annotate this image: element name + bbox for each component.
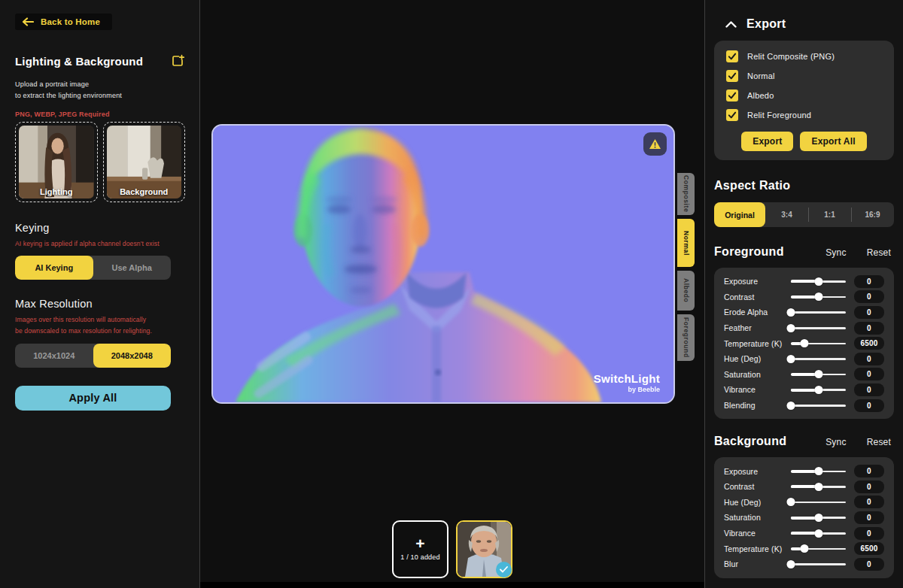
slider[interactable] bbox=[791, 512, 846, 523]
checkbox-checked-icon[interactable] bbox=[726, 89, 738, 102]
chevron-up-icon bbox=[725, 21, 737, 28]
selected-image-thumbnail[interactable] bbox=[456, 520, 512, 578]
slider[interactable] bbox=[791, 497, 846, 508]
slider[interactable] bbox=[791, 466, 846, 477]
view-tab[interactable]: Foreground bbox=[677, 314, 695, 361]
export-all-button[interactable]: Export All bbox=[800, 132, 866, 151]
slider-row: Contrast0 bbox=[724, 289, 884, 305]
slider-handle[interactable] bbox=[814, 467, 822, 475]
aspect-ratio-title: Aspect Ratio bbox=[714, 179, 894, 192]
checkbox-checked-icon[interactable] bbox=[726, 50, 738, 62]
slider-handle[interactable] bbox=[787, 355, 795, 363]
add-image-card[interactable]: + 1 / 10 added bbox=[392, 520, 448, 578]
slider-handle[interactable] bbox=[814, 370, 822, 378]
slider-handle[interactable] bbox=[814, 483, 822, 491]
slider[interactable] bbox=[791, 323, 846, 333]
lighting-upload-slot[interactable]: Lighting bbox=[15, 122, 98, 202]
slider[interactable] bbox=[791, 544, 846, 554]
aspect-option[interactable]: 16:9 bbox=[851, 202, 894, 227]
foreground-reset-button[interactable]: Reset bbox=[867, 247, 891, 258]
foreground-sync-button[interactable]: Sync bbox=[825, 247, 846, 258]
aspect-option[interactable]: 1:1 bbox=[808, 202, 851, 227]
slider-handle[interactable] bbox=[801, 339, 809, 347]
background-upload-slot[interactable]: Background bbox=[103, 122, 186, 202]
slider-value: 0 bbox=[854, 558, 884, 571]
aspect-option[interactable]: Original bbox=[714, 202, 765, 227]
aspect-option[interactable]: 3:4 bbox=[765, 202, 808, 227]
slider-handle[interactable] bbox=[814, 386, 822, 394]
slider-handle[interactable] bbox=[787, 560, 795, 568]
export-option[interactable]: Albedo bbox=[726, 89, 882, 102]
slider-handle[interactable] bbox=[787, 308, 795, 317]
slider-value: 0 bbox=[854, 353, 884, 365]
slider[interactable] bbox=[791, 369, 846, 380]
slider[interactable] bbox=[791, 276, 846, 286]
slider-row: Saturation0 bbox=[724, 367, 884, 383]
slider-row: Exposure0 bbox=[724, 463, 884, 479]
slider[interactable] bbox=[791, 384, 846, 395]
slider[interactable] bbox=[791, 528, 846, 538]
slider[interactable] bbox=[791, 338, 846, 349]
slider-handle[interactable] bbox=[814, 292, 822, 301]
slider-handle[interactable] bbox=[814, 514, 822, 522]
left-sidebar: Back to Home Lighting & Background Uploa… bbox=[0, 0, 200, 588]
slider[interactable] bbox=[791, 400, 846, 411]
slider[interactable] bbox=[791, 481, 846, 492]
view-tab[interactable]: Composite bbox=[677, 173, 695, 215]
slider-value: 6500 bbox=[854, 542, 884, 555]
keying-option-alpha[interactable]: Use Alpha bbox=[93, 256, 172, 280]
export-option[interactable]: Relit Composite (PNG) bbox=[726, 50, 882, 62]
slider[interactable] bbox=[791, 353, 846, 364]
apply-all-button[interactable]: Apply All bbox=[15, 386, 171, 411]
slider[interactable] bbox=[791, 292, 846, 302]
view-tab[interactable]: Albedo bbox=[677, 271, 695, 311]
warning-badge[interactable] bbox=[643, 132, 667, 156]
export-section-header[interactable]: Export bbox=[714, 17, 894, 31]
export-option-label: Relit Composite (PNG) bbox=[747, 52, 835, 61]
checkbox-checked-icon[interactable] bbox=[726, 70, 738, 82]
foreground-title: Foreground bbox=[714, 245, 784, 259]
keying-option-ai[interactable]: AI Keying bbox=[15, 256, 93, 280]
slider-row: Saturation0 bbox=[724, 510, 884, 526]
slider-label: Temperature (K) bbox=[724, 339, 791, 348]
lighting-slot-label: Lighting bbox=[16, 187, 97, 196]
slider-handle[interactable] bbox=[814, 277, 822, 286]
slider-handle[interactable] bbox=[787, 402, 795, 410]
export-option[interactable]: Relit Foreground bbox=[726, 109, 882, 121]
max-resolution-note: Images over this resolution will automat… bbox=[15, 314, 185, 336]
slider-row: Vibrance0 bbox=[724, 526, 884, 541]
foreground-sliders-card: Exposure0Contrast0Erode Alpha0Feather0Te… bbox=[714, 268, 894, 419]
background-sliders-card: Exposure0Contrast0Hue (Deg)0Saturation0V… bbox=[714, 457, 894, 577]
export-option[interactable]: Normal bbox=[726, 70, 882, 82]
back-to-home-button[interactable]: Back to Home bbox=[15, 14, 112, 30]
resolution-option-1024[interactable]: 1024x1024 bbox=[15, 344, 93, 368]
slider-label: Hue (Deg) bbox=[724, 354, 791, 363]
export-title: Export bbox=[746, 17, 786, 31]
add-image-icon[interactable] bbox=[171, 54, 185, 68]
checkbox-checked-icon[interactable] bbox=[726, 109, 738, 121]
back-arrow-icon bbox=[22, 17, 34, 26]
slider-value: 0 bbox=[854, 527, 884, 540]
slider-value: 0 bbox=[854, 480, 884, 493]
slider-handle[interactable] bbox=[787, 324, 795, 332]
slider-row: Vibrance0 bbox=[724, 382, 884, 398]
plus-icon: + bbox=[415, 538, 424, 549]
slider-label: Vibrance bbox=[724, 529, 791, 538]
slider-label: Hue (Deg) bbox=[724, 498, 791, 507]
slider-label: Feather bbox=[724, 323, 791, 332]
slider[interactable] bbox=[791, 559, 846, 569]
slider-handle[interactable] bbox=[787, 498, 795, 506]
slider-handle[interactable] bbox=[814, 529, 822, 538]
slider-handle[interactable] bbox=[801, 544, 809, 553]
resolution-option-2048[interactable]: 2048x2048 bbox=[93, 344, 172, 368]
slider-label: Erode Alpha bbox=[724, 308, 791, 317]
export-card: Relit Composite (PNG)NormalAlbedoRelit F… bbox=[714, 41, 894, 160]
background-sync-button[interactable]: Sync bbox=[825, 437, 846, 447]
preview-canvas[interactable]: SwitchLight by Beeble bbox=[211, 124, 675, 404]
slider-value: 0 bbox=[854, 496, 884, 508]
slider[interactable] bbox=[791, 307, 846, 317]
view-tab[interactable]: Normal bbox=[677, 219, 695, 267]
export-button[interactable]: Export bbox=[741, 132, 793, 151]
background-reset-button[interactable]: Reset bbox=[867, 437, 891, 447]
slider-value: 0 bbox=[854, 368, 884, 380]
